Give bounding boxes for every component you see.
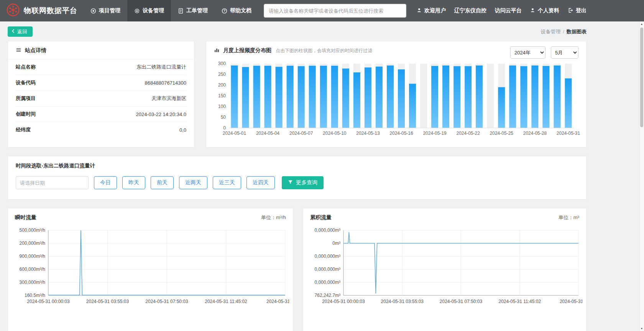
svg-text:0,000,000m³: 0,000,000m³ [315,280,340,285]
svg-text:160.5m³/h: 160.5m³/h [25,293,45,298]
svg-text:150: 150 [218,93,226,98]
nav-item-label: 项目管理 [99,7,120,14]
svg-text:0: 0 [223,125,226,131]
user-icon [417,8,422,14]
year-select[interactable]: 2024年 [510,46,545,59]
svg-text:2024-05-31 15:40:: 2024-05-31 15:40: [266,299,289,304]
nav-item-project[interactable]: 项目管理 [84,0,127,21]
device-search-input[interactable] [264,4,406,18]
breadcrumb-parent[interactable]: 设备管理 [540,29,560,34]
welcome-label: 欢迎用户 [424,7,446,14]
monthly-bar-chart[interactable]: 0501001502002503002024-05-012024-05-0420… [212,61,581,138]
svg-text:2024-05-19: 2024-05-19 [423,131,447,136]
cumulative-flow-title: 累积流量 [310,214,332,221]
nav-item-label: 帮助文档 [230,7,251,14]
btn-today[interactable]: 今日 [94,176,117,189]
row-value: 868488076714300 [145,80,186,86]
profile-link[interactable]: 个人资料 [530,7,559,14]
org-label: 辽宁东仪自控 [454,7,486,14]
time-range-title: 时间段选取-东出二铁路道口流量计 [16,162,578,169]
btn-last-3-days[interactable]: 近三天 [213,176,241,189]
monthly-selects: 2024年 5月 [510,46,578,59]
welcome-user[interactable]: 欢迎用户 [417,7,446,14]
instant-flow-line-chart[interactable]: 500,000m³/h200,000m³/h900,000m³/h600,000… [12,226,289,307]
row-label: 所属项目 [16,95,36,102]
funnel-icon [288,180,293,186]
svg-text:2024-05-31 15:40:: 2024-05-31 15:40: [560,299,582,304]
cumulative-flow-header: 累积流量 单位：m³ [303,208,586,224]
svg-text:2024-05-31 00:00:03: 2024-05-31 00:00:03 [27,299,70,304]
row-value: 天津市滨海新区 [151,95,186,102]
svg-text:0,000,000m³: 0,000,000m³ [315,228,340,233]
logout-label: 登出 [576,7,586,14]
date-picker-input[interactable] [16,176,89,189]
svg-text:2024-05-25: 2024-05-25 [490,131,514,136]
time-range-controls: 今日 昨天 前天 近两天 近三天 近四天 更多查询 [16,176,578,189]
nav-item-device[interactable]: 设备管理 [127,0,171,21]
svg-text:2024-05-31: 2024-05-31 [557,131,580,136]
org-name: 辽宁东仪自控 [454,7,486,14]
cloud-link[interactable]: 访问云平台 [495,7,522,14]
nav-search [264,4,406,18]
svg-text:200: 200 [218,82,226,88]
svg-text:2024-05-04: 2024-05-04 [256,131,280,136]
svg-text:2024-05-31 07:50:03: 2024-05-31 07:50:03 [440,299,483,304]
breadcrumb-separator: / [563,29,564,34]
row-label: 设备代码 [16,79,36,86]
instant-flow-header: 瞬时流量 单位：m³/h [8,208,293,224]
svg-text:2024-05-31 03:55:03: 2024-05-31 03:55:03 [86,299,129,304]
back-label: 返回 [17,28,27,35]
svg-text:2024-05-16: 2024-05-16 [389,131,413,136]
svg-text:0m³: 0m³ [332,241,340,246]
cumulative-flow-unit: 单位：m³ [559,214,579,221]
nav-item-workorder[interactable]: 工单管理 [171,0,215,21]
btn-last-2-days[interactable]: 近两天 [179,176,207,189]
scroll-up-icon[interactable]: ▲ [639,23,644,25]
list-icon [16,47,21,54]
btn-yesterday[interactable]: 昨天 [122,176,145,189]
svg-text:2024-05-31 11:45:02: 2024-05-31 11:45:02 [205,299,247,304]
profile-label: 个人资料 [538,7,559,14]
nav-item-help[interactable]: ? 帮助文档 [215,0,258,21]
brand[interactable]: 物联网数据平台 [6,3,84,18]
profile-person-icon [530,8,535,14]
month-select[interactable]: 5月 [551,46,578,59]
btn-last-4-days[interactable]: 近四天 [246,176,275,189]
svg-text:900,000m³/h: 900,000m³/h [20,254,45,259]
breadcrumb: 设备管理/数据图表 [540,28,586,35]
station-card-header: 站点详情 [8,41,194,59]
row-value: 2024-03-22 14:20:34.0 [136,111,186,117]
logout-icon [568,8,573,14]
svg-text:600,000m³/h: 600,000m³/h [20,267,45,272]
scrollbar-thumb[interactable] [640,28,643,127]
monthly-subtitle: 点击下图的柱状图，会填充对应的时间进行过滤 [276,48,372,54]
svg-text:2024-05-28: 2024-05-28 [523,131,547,136]
svg-text:762,242.7m³: 762,242.7m³ [315,293,340,298]
monthly-title: 月度上报频度分布图 [223,47,271,54]
page-scrollbar[interactable]: ▲ ▼ [639,21,644,331]
scroll-down-icon[interactable]: ▼ [639,327,644,330]
logout-button[interactable]: 登出 [568,7,586,14]
row-label: 站点名称 [16,64,36,70]
more-query-button[interactable]: 更多查询 [282,176,324,189]
cumulative-flow-line-chart[interactable]: 0,000,000m³0m³0,000,000m³0,000,000m³0,00… [307,226,582,307]
row-label: 经纬度 [16,126,31,133]
nav-item-label: 设备管理 [143,7,164,14]
main-content: 返回 设备管理/数据图表 站点详情 站点名称 东出二铁路道口流量计 设备代码 [8,21,586,331]
brand-title: 物联网数据平台 [24,6,77,16]
top-row: 站点详情 站点名称 东出二铁路道口流量计 设备代码 86848807671430… [8,41,586,147]
bar-chart-icon [214,47,220,54]
page-bar: 返回 设备管理/数据图表 [8,21,586,41]
navbar: 物联网数据平台 项目管理 设备管理 [0,0,644,21]
svg-text:0,000,000m³: 0,000,000m³ [315,267,340,272]
back-chevron-icon [11,29,15,34]
row-label: 创建时间 [16,111,36,118]
station-row-name: 站点名称 东出二铁路道口流量计 [16,59,186,75]
back-button[interactable]: 返回 [8,26,33,37]
svg-text:2024-05-01: 2024-05-01 [223,131,246,136]
btn-day-before-yesterday[interactable]: 前天 [151,176,174,189]
svg-text:2024-05-10: 2024-05-10 [323,131,347,136]
station-row-project: 所属项目 天津市滨海新区 [16,91,186,107]
help-circle-icon: ? [222,8,227,14]
monthly-frequency-card: 月度上报频度分布图 点击下图的柱状图，会填充对应的时间进行过滤 2024年 5月… [206,41,586,147]
